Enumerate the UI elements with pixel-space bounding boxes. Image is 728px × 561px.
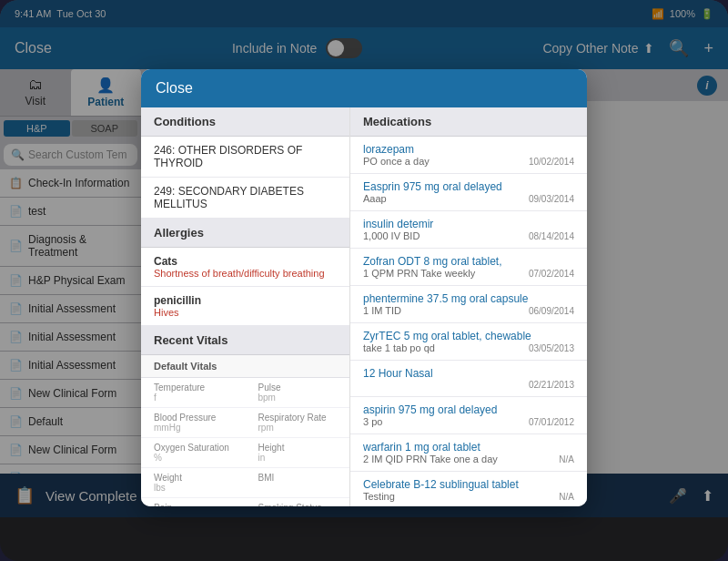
med-name: Easprin 975 mg oral delayed [363, 180, 574, 193]
allergy-reaction: Shortness of breath/difficulty breathing [154, 268, 337, 279]
allergy-item: Cats Shortness of breath/difficulty brea… [141, 248, 349, 287]
med-date: 09/03/2014 [529, 194, 574, 204]
vital-field-o2: Oxygen Saturation % [141, 438, 246, 468]
vital-label: BMI [258, 473, 338, 483]
med-name: insulin detemir [363, 218, 574, 230]
vital-unit: bpm [258, 393, 276, 403]
med-dosage: 3 po [363, 416, 382, 427]
med-dosage: 1,000 IV BID [363, 230, 420, 241]
condition-item: 246: OTHER DISORDERS OF THYROID [141, 137, 349, 178]
med-name: Zofran ODT 8 mg oral tablet, [363, 255, 574, 268]
med-item: 12 Hour Nasal 02/21/2013 [350, 361, 587, 397]
med-dosage: Testing [363, 491, 395, 502]
med-dosage: PO once a day [363, 156, 430, 167]
med-name: warfarin 1 mg oral tablet [363, 441, 574, 454]
vital-field-rr: Respiratory Rate rpm [246, 408, 350, 438]
default-vitals-label: Default Vitals [141, 355, 349, 378]
med-name: aspirin 975 mg oral delayed [363, 403, 574, 416]
med-item: lorazepam PO once a day 10/02/2014 [350, 137, 587, 174]
allergy-name: penicillin [154, 294, 337, 307]
vital-label: Blood Pressure [154, 413, 233, 423]
med-details: 1,000 IV BID 08/14/2014 [363, 230, 574, 241]
med-dosage: Aaap [363, 193, 387, 204]
vital-field-pulse: Pulse bpm [246, 378, 350, 408]
med-date: 02/21/2013 [529, 380, 574, 390]
allergy-reaction: Hives [154, 307, 337, 318]
vital-unit: rpm [258, 423, 274, 433]
allergies-section: Allergies Cats Shortness of breath/diffi… [141, 219, 349, 326]
modal-header: Close [141, 69, 587, 107]
ipad-frame: 9:41 AM Tue Oct 30 📶 100% 🔋 Close Includ… [0, 0, 728, 561]
med-date: N/A [559, 492, 574, 502]
medications-header: Medications [350, 107, 587, 137]
vital-field-bp: Blood Pressure mmHg [141, 408, 246, 438]
modal-overlay: Close Conditions 246: OTHER DISORDERS OF… [0, 0, 728, 561]
vital-field-temperature: Temperature f [141, 378, 246, 408]
med-item: Easprin 975 mg oral delayed Aaap 09/03/2… [350, 174, 587, 211]
med-dosage: take 1 tab po qd [363, 342, 435, 353]
med-name: lorazepam [363, 143, 574, 156]
modal-dialog: Close Conditions 246: OTHER DISORDERS OF… [141, 69, 587, 506]
modal-close-button[interactable]: Close [156, 80, 193, 97]
vital-unit: mmHg [154, 423, 180, 433]
vitals-section: Recent Vitals Default Vitals Temperature… [141, 326, 349, 506]
vital-label: Oxygen Saturation [154, 443, 233, 453]
conditions-header: Conditions [141, 107, 349, 137]
med-date: N/A [559, 454, 574, 464]
med-item: phentermine 37.5 mg oral capsule 1 IM TI… [350, 286, 587, 323]
med-dosage: 1 IM TID [363, 305, 401, 316]
vital-label: Pulse [258, 382, 338, 393]
med-details: 3 po 07/01/2012 [363, 416, 574, 427]
med-details: 02/21/2013 [363, 380, 574, 390]
vital-field-bmi: BMI [246, 468, 350, 498]
med-date: 10/02/2014 [529, 157, 574, 167]
vital-unit: % [154, 453, 162, 463]
med-date: 08/14/2014 [529, 231, 574, 241]
med-name: 12 Hour Nasal [363, 367, 574, 380]
med-name: phentermine 37.5 mg oral capsule [363, 292, 574, 305]
allergy-item: penicillin Hives [141, 287, 349, 326]
modal-right-column: Medications lorazepam PO once a day 10/0… [350, 107, 587, 506]
med-item: Celebrate B-12 sublingual tablet Testing… [350, 472, 587, 506]
med-date: 03/05/2013 [529, 343, 574, 353]
med-dosage: 1 QPM PRN Take weekly [363, 268, 475, 279]
vital-value: lbs [154, 483, 233, 493]
med-details: 1 IM TID 06/09/2014 [363, 305, 574, 316]
med-date: 06/09/2014 [529, 306, 574, 316]
vital-label: Temperature [154, 382, 233, 393]
vital-value: f [154, 393, 233, 403]
vital-unit: in [258, 453, 266, 463]
med-dosage: 2 IM QID PRN Take one a day [363, 454, 498, 464]
vitals-header: Recent Vitals [141, 326, 349, 355]
vital-unit: lbs [154, 483, 166, 493]
med-item: insulin detemir 1,000 IV BID 08/14/2014 [350, 211, 587, 249]
vital-label: Weight [154, 473, 233, 483]
vital-field-weight: Weight lbs [141, 468, 246, 498]
med-item: Zofran ODT 8 mg oral tablet, 1 QPM PRN T… [350, 249, 587, 286]
vital-label: Respiratory Rate [258, 413, 338, 423]
vital-label: Height [258, 443, 338, 453]
vital-field-pain: Pain [141, 498, 246, 506]
med-details: 1 QPM PRN Take weekly 07/02/2014 [363, 268, 574, 279]
vital-field-smoking: Smoking Status [246, 498, 350, 506]
vital-value: in [258, 453, 338, 463]
med-details: PO once a day 10/02/2014 [363, 156, 574, 167]
med-name: ZyrTEC 5 mg oral tablet, chewable [363, 330, 574, 342]
med-item: warfarin 1 mg oral tablet 2 IM QID PRN T… [350, 434, 587, 472]
vital-unit: f [154, 393, 157, 403]
med-date: 07/02/2014 [529, 269, 574, 279]
med-item: ZyrTEC 5 mg oral tablet, chewable take 1… [350, 323, 587, 361]
med-details: 2 IM QID PRN Take one a day N/A [363, 454, 574, 464]
modal-body: Conditions 246: OTHER DISORDERS OF THYRO… [141, 107, 587, 506]
modal-left-column: Conditions 246: OTHER DISORDERS OF THYRO… [141, 107, 350, 506]
med-details: take 1 tab po qd 03/05/2013 [363, 342, 574, 353]
vital-value: rpm [258, 423, 338, 433]
vital-field-height: Height in [246, 438, 350, 468]
med-details: Aaap 09/03/2014 [363, 193, 574, 204]
vital-value: mmHg [154, 423, 233, 433]
med-details: Testing N/A [363, 491, 574, 502]
vitals-grid: Temperature f Pulse bpm Blood Pressure m… [141, 378, 349, 506]
condition-item: 249: SECONDARY DIABETES MELLITUS [141, 178, 349, 219]
conditions-section: Conditions 246: OTHER DISORDERS OF THYRO… [141, 107, 349, 219]
vital-label: Pain [154, 503, 233, 506]
